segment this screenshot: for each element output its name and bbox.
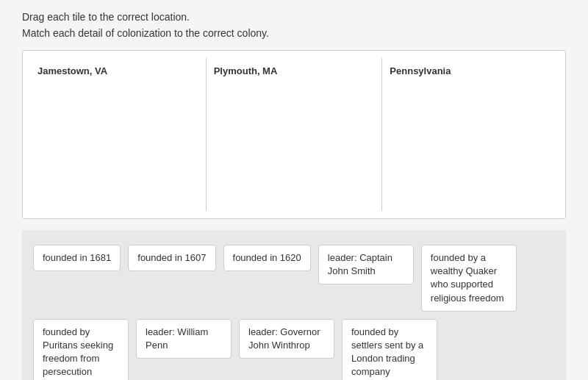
tile-3[interactable]: founded in 1620 xyxy=(223,245,311,271)
instruction-line1: Drag each tile to the correct location. xyxy=(22,11,566,23)
page-container: Drag each tile to the correct location. … xyxy=(0,0,588,380)
instruction-line2: Match each detail of colonization to the… xyxy=(22,27,566,39)
column-header-pennsylvania: Pennsylvania xyxy=(390,65,451,80)
column-header-plymouth: Plymouth, MA xyxy=(214,65,278,80)
tiles-area: founded in 1681founded in 1607founded in… xyxy=(22,230,566,380)
tile-2[interactable]: founded in 1607 xyxy=(128,245,215,271)
tile-6[interactable]: founded by Puritans seeking freedom from… xyxy=(33,319,129,380)
tile-4[interactable]: leader: Captain John Smith xyxy=(318,245,414,284)
tile-7[interactable]: leader: William Penn xyxy=(136,319,232,359)
column-header-jamestown: Jamestown, VA xyxy=(37,65,107,80)
tile-5[interactable]: founded by a wealthy Quaker who supporte… xyxy=(421,245,517,312)
tile-8[interactable]: leader: Governor John Winthrop xyxy=(239,319,334,359)
tile-1[interactable]: founded in 1681 xyxy=(33,245,121,271)
drop-column-pennsylvania[interactable]: Pennsylvania xyxy=(382,58,558,211)
tile-9[interactable]: founded by settlers sent by a London tra… xyxy=(342,319,437,380)
drop-zone-container: Jamestown, VA Plymouth, MA Pennsylvania xyxy=(22,50,566,219)
drop-column-jamestown[interactable]: Jamestown, VA xyxy=(30,58,207,211)
drop-column-plymouth[interactable]: Plymouth, MA xyxy=(207,58,383,211)
